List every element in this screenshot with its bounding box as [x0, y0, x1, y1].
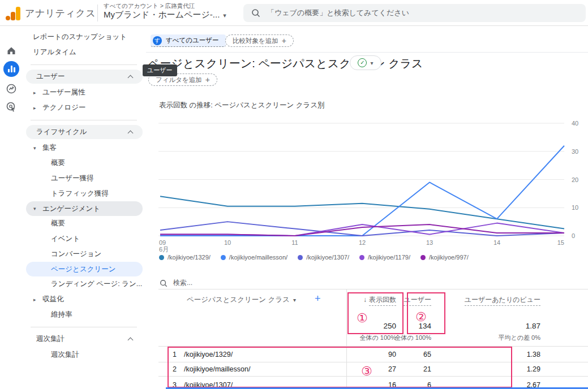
sidebar-item-label: リアルタイム [33, 47, 76, 57]
svg-text:09: 09 [159, 239, 166, 246]
plus-icon: + [205, 75, 210, 84]
sidebar-item[interactable]: レポートのスナップショット [23, 29, 146, 45]
users-total-sub: 全体の 100% [387, 334, 431, 342]
sidebar-item[interactable]: トラフィック獲得 [23, 186, 146, 201]
app-name: アナリティクス [25, 7, 96, 20]
dimension-column-header[interactable]: ページパスとスクリーン クラス▾ [187, 295, 296, 305]
property-name: Myブランド・ホームページ-... [104, 10, 220, 19]
audience-chip-icon: す [153, 36, 162, 45]
sidebar-item[interactable]: 週次集計 [26, 332, 143, 346]
sidebar-item[interactable]: リアルタイム [23, 45, 146, 60]
legend-item[interactable]: /kojikiyoe/1307/ [298, 254, 349, 261]
sidebar-item[interactable]: ライフサイクル [26, 125, 143, 139]
page-title: ページとスクリーン: ページパスとスクリーン クラス [148, 56, 423, 71]
sidebar-item-label: ユーザー属性 [42, 88, 85, 97]
sidebar-item-label: イベント [51, 234, 80, 244]
sidebar-item[interactable]: ▸テクノロジー [23, 100, 146, 115]
table-search-input[interactable]: 検索... [160, 278, 192, 288]
sidebar-divider [31, 120, 137, 120]
sidebar-item[interactable]: ▾集客 [23, 140, 146, 155]
chart-title: 表示回数 の推移: ページパスとスクリーン クラス別 [159, 101, 325, 110]
top-app-bar: アナリティクス すべてのアカウント > 広路貴代江 Myブランド・ホームページ-… [0, 0, 588, 26]
annotation-number-2: ② [415, 310, 427, 324]
annotation-box-rows [168, 347, 512, 388]
breadcrumb[interactable]: すべてのアカウント > 広路貴代江 [104, 2, 195, 10]
sidebar-item-label: 維持率 [51, 310, 72, 319]
sidebar-item[interactable]: ページとスクリーン [26, 262, 143, 276]
sidebar-item-label: 概要 [51, 219, 65, 228]
home-icon[interactable] [4, 43, 19, 58]
sidebar-divider [31, 64, 137, 65]
explore-icon[interactable] [4, 81, 19, 96]
chevron-down-icon: ▾ [33, 145, 36, 151]
sidebar-item-label: ユーザー [36, 72, 65, 81]
svg-text:0: 0 [572, 232, 575, 239]
sidebar-item[interactable]: ▸収益化 [23, 292, 146, 307]
svg-text:20: 20 [572, 176, 578, 183]
chevron-down-icon: ▾ [33, 206, 36, 211]
data-quality-badge[interactable]: ✓ ▾ [350, 55, 381, 70]
sidebar-item-label: テクノロジー [42, 103, 85, 113]
svg-text:11: 11 [291, 239, 298, 246]
audience-chip-label: すべてのユーザー [166, 36, 219, 45]
views-per-user-total-sub: 平均との差 0% [456, 334, 540, 342]
tooltip: ユーザー [143, 64, 177, 76]
advertising-icon[interactable] [4, 100, 19, 114]
reports-icon[interactable] [3, 61, 19, 77]
table-search-placeholder: 検索... [173, 278, 192, 288]
sidebar-item[interactable]: ユーザー獲得 [23, 171, 146, 186]
chart-legend: /kojikiyoe/1329//kojikiyoe/maillesson//k… [159, 254, 469, 261]
search-placeholder: 「ウェブの概要」と検索してみてください [267, 8, 409, 18]
legend-item[interactable]: /kojikiyoe/997/ [420, 254, 469, 261]
svg-text:13: 13 [426, 239, 433, 246]
sidebar-item[interactable]: 概要 [23, 155, 146, 171]
views-per-user-column-header[interactable]: ユーザーあたりのビュー [456, 295, 540, 305]
sidebar-item[interactable]: ユーザー [26, 70, 143, 84]
legend-item[interactable]: /kojikiyoe/1179/ [359, 254, 410, 261]
chevron-down-icon: ▾ [293, 297, 296, 303]
sidebar-nav: レポートのスナップショットリアルタイムユーザー▸ユーザー属性▸テクノロジーライフ… [23, 29, 146, 362]
sidebar-item[interactable]: ▸ユーザー属性 [23, 85, 146, 100]
chevron-up-icon [128, 338, 134, 343]
column-views-per-user: ユーザーあたりのビュー 1.87 平均との差 0% [456, 295, 540, 342]
svg-text:14: 14 [493, 239, 500, 246]
svg-text:6月: 6月 [159, 246, 169, 253]
legend-item[interactable]: /kojikiyoe/maillesson/ [221, 254, 287, 261]
sidebar-divider [31, 327, 137, 327]
views-per-user-total: 1.87 [456, 322, 540, 330]
sidebar-item-label: 収益化 [42, 295, 64, 304]
sidebar-item[interactable]: 維持率 [23, 307, 146, 322]
chevron-up-icon [128, 131, 134, 136]
global-search-input[interactable]: 「ウェブの概要」と検索してみてください [243, 4, 586, 22]
sidebar-item-label: ランディング ページ: ラン... [51, 279, 142, 289]
sidebar-item[interactable]: 概要 [23, 216, 146, 231]
chevron-down-icon: ▾ [223, 12, 226, 19]
legend-dot-icon [221, 255, 226, 260]
legend-dot-icon [159, 255, 164, 260]
svg-text:30: 30 [572, 148, 578, 155]
legend-label: /kojikiyoe/maillesson/ [229, 254, 287, 261]
sidebar-item[interactable]: 週次集計 [23, 347, 146, 362]
sidebar-item[interactable]: ▾エンゲージメント [26, 201, 143, 216]
add-column-button[interactable]: + [315, 293, 321, 305]
table-divider [158, 289, 588, 289]
sidebar-item[interactable]: ランディング ページ: ラン... [23, 276, 146, 292]
chevron-right-icon: ▸ [33, 297, 36, 302]
legend-label: /kojikiyoe/1179/ [368, 254, 410, 261]
legend-dot-icon [359, 255, 364, 260]
audience-chip[interactable]: す すべてのユーザー [151, 34, 226, 47]
sidebar-item-label: ユーザー獲得 [51, 174, 94, 183]
add-comparison-button[interactable]: 比較対象を追加 + [225, 34, 294, 47]
annotation-box-views [347, 292, 404, 334]
legend-item[interactable]: /kojikiyoe/1329/ [159, 254, 211, 261]
svg-text:40: 40 [572, 120, 578, 127]
property-switcher[interactable]: Myブランド・ホームページ-...▾ [104, 10, 226, 20]
sidebar-item-label: コンバージョン [51, 249, 101, 259]
sidebar-item[interactable]: イベント [23, 231, 146, 247]
sidebar-item[interactable]: コンバージョン [23, 247, 146, 262]
add-filter-label: フィルタを追加 [156, 76, 202, 84]
line-chart[interactable]: 403020100091011121314156月 [158, 113, 588, 253]
chevron-up-icon [128, 75, 134, 81]
sidebar-item-label: レポートのスナップショット [33, 32, 127, 42]
sidebar-item-label: 週次集計 [36, 334, 65, 344]
